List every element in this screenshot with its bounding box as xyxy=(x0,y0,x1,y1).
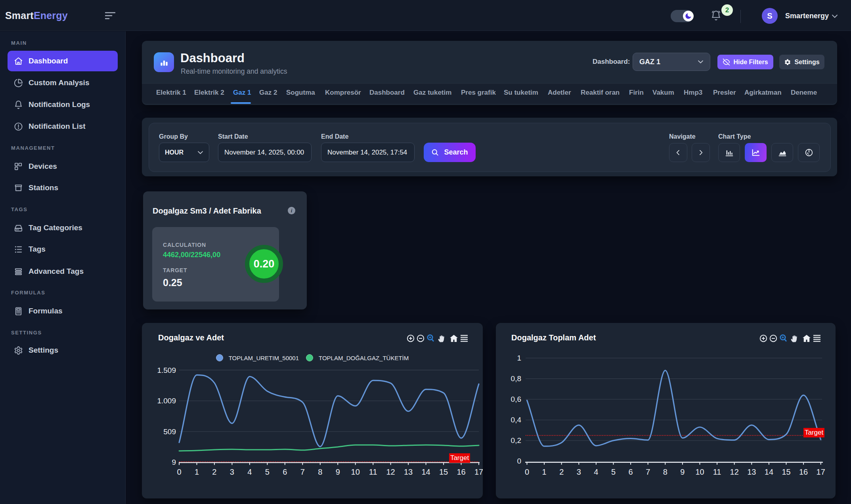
svg-text:12: 12 xyxy=(730,468,739,476)
svg-text:14: 14 xyxy=(421,468,430,476)
svg-text:7: 7 xyxy=(300,468,305,476)
svg-text:5: 5 xyxy=(611,468,616,476)
svg-text:5: 5 xyxy=(265,468,270,476)
svg-text:8: 8 xyxy=(318,468,322,476)
svg-text:1.509: 1.509 xyxy=(157,366,176,374)
svg-text:0,8: 0,8 xyxy=(511,374,521,383)
svg-text:13: 13 xyxy=(747,468,756,476)
svg-text:0: 0 xyxy=(177,468,181,476)
svg-text:8: 8 xyxy=(663,468,667,476)
svg-text:15: 15 xyxy=(782,468,790,476)
svg-text:15: 15 xyxy=(439,468,448,476)
svg-text:509: 509 xyxy=(163,428,176,436)
svg-text:0,2: 0,2 xyxy=(511,436,521,445)
svg-text:1.009: 1.009 xyxy=(157,397,176,405)
svg-text:16: 16 xyxy=(457,468,465,476)
svg-text:10: 10 xyxy=(351,468,360,476)
svg-text:1: 1 xyxy=(195,468,199,476)
svg-text:17: 17 xyxy=(474,468,483,476)
svg-text:2: 2 xyxy=(559,468,564,476)
svg-text:7: 7 xyxy=(646,468,650,476)
svg-text:2: 2 xyxy=(212,468,216,476)
svg-text:16: 16 xyxy=(799,468,808,476)
svg-text:9: 9 xyxy=(680,468,685,476)
svg-text:1: 1 xyxy=(517,354,521,362)
svg-text:12: 12 xyxy=(386,468,395,476)
svg-text:9: 9 xyxy=(172,458,176,466)
svg-text:6: 6 xyxy=(283,468,287,476)
svg-text:10: 10 xyxy=(695,468,704,476)
svg-text:0,4: 0,4 xyxy=(511,416,522,424)
svg-text:0,6: 0,6 xyxy=(511,395,521,403)
svg-text:0: 0 xyxy=(525,468,529,476)
svg-text:11: 11 xyxy=(713,468,721,476)
svg-text:4: 4 xyxy=(247,468,252,476)
svg-text:4: 4 xyxy=(594,468,598,476)
svg-text:11: 11 xyxy=(369,468,377,476)
svg-text:9: 9 xyxy=(336,468,340,476)
svg-text:13: 13 xyxy=(404,468,413,476)
svg-text:17: 17 xyxy=(817,468,825,476)
svg-text:1: 1 xyxy=(542,468,547,476)
svg-text:3: 3 xyxy=(577,468,581,476)
svg-text:14: 14 xyxy=(765,468,773,476)
svg-text:6: 6 xyxy=(629,468,633,476)
svg-text:0: 0 xyxy=(517,457,521,465)
svg-text:3: 3 xyxy=(230,468,234,476)
